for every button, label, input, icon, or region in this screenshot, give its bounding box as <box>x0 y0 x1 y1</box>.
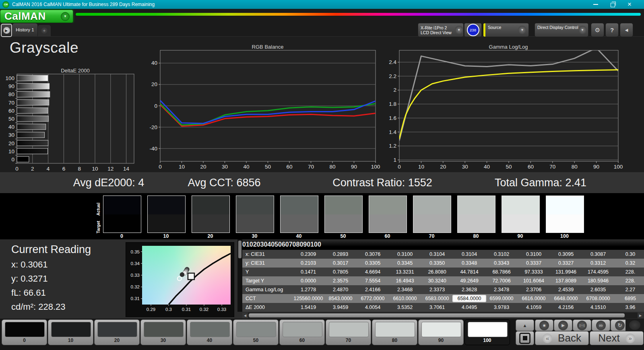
table-cell[interactable]: 0.3076 <box>357 251 389 257</box>
table-cell[interactable]: 97.3333 <box>518 269 550 275</box>
range-button[interactable]: [⋯] <box>573 319 591 331</box>
table-cell[interactable]: 2.4539 <box>550 287 582 292</box>
table-cell[interactable]: 4.0495 <box>453 305 485 310</box>
scroll-right-icon[interactable]: ▶ <box>638 313 643 318</box>
restore-button[interactable] <box>609 2 616 7</box>
pattern-patch-0[interactable]: 0 <box>2 319 47 345</box>
table-cell[interactable]: 6584.0000 <box>453 296 485 301</box>
calman-menu-button[interactable]: CalMAN ▼ <box>0 10 73 23</box>
table-cell[interactable]: 2.3706 <box>518 287 550 292</box>
table-cell[interactable]: 2.4166 <box>357 287 389 292</box>
table-cell[interactable]: 228. <box>614 278 644 284</box>
table-cell[interactable]: 0.30 <box>614 251 644 257</box>
table-cell[interactable]: 49.2649 <box>453 278 485 284</box>
table-cell[interactable]: 0.2103 <box>292 260 324 266</box>
table-cell[interactable]: 6708.0000 <box>582 296 614 301</box>
table-cell[interactable]: 3.7061 <box>421 305 453 310</box>
table-cell[interactable]: 131.9946 <box>550 269 582 275</box>
table-cell[interactable]: 6583.0000 <box>421 296 453 301</box>
table-cell[interactable]: 125560.0000 <box>292 296 324 301</box>
table-cell[interactable]: 6599.0000 <box>485 296 518 301</box>
table-cell[interactable]: 180.5946 <box>582 278 614 284</box>
table-cell[interactable]: 0.3312 <box>582 260 614 266</box>
table-cell[interactable]: 2.27 <box>614 287 644 292</box>
table-cell[interactable]: 4.0054 <box>357 305 389 310</box>
table-cell[interactable]: 1.2778 <box>292 287 324 292</box>
table-cell[interactable]: 6895 <box>614 296 644 301</box>
table-cell[interactable]: 4.1510 <box>582 305 614 310</box>
table-cell[interactable]: 137.8089 <box>550 278 582 284</box>
infinity-button[interactable]: ∞ <box>592 319 610 331</box>
table-cell[interactable]: 0.3095 <box>550 251 582 257</box>
pattern-up-button[interactable]: ▲ <box>516 319 534 331</box>
table-cell[interactable]: 26.8080 <box>421 269 453 275</box>
minimize-button[interactable] <box>592 2 599 7</box>
table-cell[interactable]: 68.7866 <box>485 269 518 275</box>
scroll-left-icon[interactable]: ◀ <box>242 313 248 318</box>
table-cell[interactable]: 228. <box>614 269 644 275</box>
table-cell[interactable]: 13.3231 <box>389 269 421 275</box>
next-button[interactable]: Next » <box>590 331 644 345</box>
tab-history-1[interactable]: History 1 <box>12 23 37 36</box>
table-cell[interactable]: 6772.0000 <box>357 296 389 301</box>
table-cell[interactable]: 4.2156 <box>550 305 582 310</box>
pattern-patch-100[interactable]: 100 <box>464 319 510 345</box>
table-cell[interactable]: 2.3468 <box>389 287 421 292</box>
table-cell[interactable]: 0.3348 <box>453 260 485 266</box>
settings-button[interactable]: ⚙ <box>591 23 604 37</box>
table-cell[interactable]: 0.3337 <box>518 260 550 266</box>
table-cell[interactable]: 44.7814 <box>453 269 485 275</box>
stop-button[interactable]: ■ <box>535 319 553 331</box>
pattern-patch-20[interactable]: 20 <box>94 319 140 345</box>
table-cell[interactable]: 2.3628 <box>453 287 485 292</box>
table-cell[interactable]: 174.4595 <box>582 269 614 275</box>
layout-flyout-button[interactable]: ▶ <box>1 24 12 37</box>
collapse-toolbar-button[interactable]: ◀ <box>620 23 633 37</box>
table-cell[interactable]: 8543.0000 <box>324 296 357 301</box>
pattern-patch-50[interactable]: 50 <box>233 319 279 345</box>
table-cell[interactable]: 1.5419 <box>292 305 324 310</box>
table-cell[interactable]: 2.6035 <box>582 287 614 292</box>
table-cell[interactable]: 2.3373 <box>421 287 453 292</box>
table-cell[interactable]: 2.3575 <box>324 278 357 284</box>
table-cell[interactable]: 3.9783 <box>485 305 518 310</box>
table-vertical-scrollbar[interactable] <box>237 239 242 312</box>
pattern-patch-60[interactable]: 60 <box>279 319 325 345</box>
pattern-patch-70[interactable]: 70 <box>326 319 371 345</box>
table-cell[interactable]: 2.3478 <box>485 287 518 292</box>
table-cell[interactable]: 3.9459 <box>324 305 357 310</box>
table-cell[interactable]: 0.3350 <box>421 260 453 266</box>
table-cell[interactable]: 0.3017 <box>324 260 357 266</box>
source-dropdown[interactable]: Source ▼ <box>483 23 529 37</box>
table-cell[interactable]: 3.5352 <box>389 305 421 310</box>
table-cell[interactable]: 101.6064 <box>518 278 550 284</box>
table-cell[interactable]: 0.3100 <box>518 251 550 257</box>
table-cell[interactable]: 0.3345 <box>389 260 421 266</box>
pattern-patch-10[interactable]: 10 <box>48 319 93 345</box>
add-tab-button[interactable]: + <box>38 25 51 36</box>
table-cell[interactable]: 4.1059 <box>518 305 550 310</box>
meter-count-badge[interactable]: 238 <box>464 23 482 37</box>
table-cell[interactable]: 0.3104 <box>453 251 485 257</box>
table-cell[interactable]: 72.7006 <box>485 278 518 284</box>
table-cell[interactable]: 0.3104 <box>421 251 453 257</box>
table-cell[interactable]: 0.2309 <box>292 251 324 257</box>
table-cell[interactable]: 16.4943 <box>389 278 421 284</box>
play-button[interactable]: ▶ <box>554 319 572 331</box>
display-control-dropdown[interactable]: Direct Display Control ▼ <box>535 23 588 37</box>
table-cell[interactable]: 0.32 <box>614 260 644 266</box>
table-cell[interactable]: 2.4870 <box>324 287 357 292</box>
table-horizontal-scrollbar[interactable]: ◀ ▶ <box>242 313 643 318</box>
back-button[interactable]: « Back <box>535 331 589 345</box>
table-cell[interactable]: 6610.0000 <box>389 296 421 301</box>
table-cell[interactable]: 0.3305 <box>357 260 389 266</box>
table-cell[interactable]: 0.7805 <box>324 269 357 275</box>
scrollbar-thumb[interactable] <box>249 313 625 317</box>
table-cell[interactable]: 30.3240 <box>421 278 453 284</box>
close-button[interactable]: × <box>626 2 633 7</box>
help-button[interactable]: ? <box>605 23 619 37</box>
table-cell[interactable]: 0.3102 <box>485 251 518 257</box>
table-cell[interactable]: 0.1471 <box>292 269 324 275</box>
table-cell[interactable]: 6648.0000 <box>550 296 582 301</box>
table-cell[interactable]: 0.0000 <box>292 278 324 284</box>
